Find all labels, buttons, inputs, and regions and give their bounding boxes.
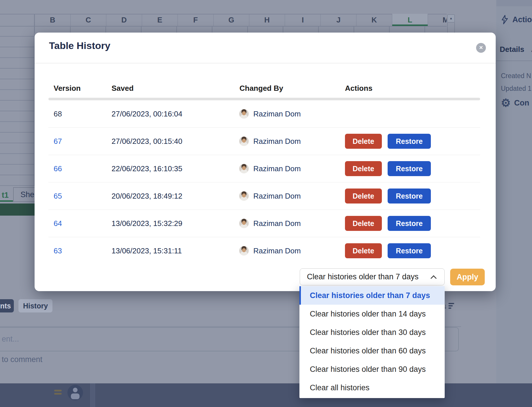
user-name: Raziman Dom	[253, 246, 301, 255]
delete-button[interactable]: Delete	[345, 134, 382, 149]
gear-icon: ⚙	[501, 97, 511, 108]
comment-hint-text: to comment	[2, 355, 42, 364]
clear-histories-select[interactable]: Clear histories older than 7 days	[300, 268, 445, 285]
user-name: Raziman Dom	[253, 164, 301, 173]
chevron-up-icon	[431, 275, 437, 281]
modal-title: Table History	[49, 40, 110, 51]
sheet-tab-active[interactable]: t1	[0, 187, 13, 202]
column-header-C[interactable]: C	[70, 14, 106, 26]
menu-item-4[interactable]: Clear histories older than 60 days	[299, 342, 445, 360]
version-cell[interactable]: 63	[54, 246, 62, 255]
restore-button[interactable]: Restore	[388, 243, 431, 258]
selected-range-band	[0, 204, 35, 216]
avatar	[239, 191, 249, 201]
table-row: 66 22/06/2023, 16:10:35 Raziman Dom Dele…	[48, 155, 480, 182]
saved-cell: 20/06/2023, 18:49:12	[112, 192, 182, 201]
select-value: Clear histories older than 7 days	[307, 272, 418, 281]
sort-descending-icon[interactable]: ↓	[444, 302, 455, 311]
column-header-D[interactable]: D	[106, 14, 142, 26]
version-cell[interactable]: 67	[54, 137, 62, 146]
column-header-G[interactable]: G	[213, 14, 249, 26]
close-icon[interactable]: ✕	[476, 43, 486, 53]
table-history-modal: Table History ✕ Version Saved Changed By…	[35, 33, 496, 291]
delete-button[interactable]: Delete	[345, 216, 382, 231]
comment-placeholder: ent...	[2, 335, 19, 344]
scroll-up-icon: ▲	[450, 16, 453, 20]
clear-histories-menu: Clear histories older than 7 daysClear h…	[299, 286, 445, 398]
header-version: Version	[54, 84, 81, 93]
sheet-tab-active-underline	[0, 200, 13, 202]
menu-item-2[interactable]: Clear histories older than 14 days	[299, 305, 445, 323]
details-tabs[interactable]: Details A	[500, 45, 532, 54]
menu-item-3[interactable]: Clear histories older than 30 days	[299, 323, 445, 342]
saved-cell: 22/06/2023, 16:10:35	[112, 164, 182, 173]
delete-button[interactable]: Delete	[345, 243, 382, 258]
restore-button[interactable]: Restore	[388, 189, 431, 204]
right-panel: Actio Details A Created N Updated 1 ⚙ Co…	[496, 0, 532, 383]
actions-section[interactable]: Actio	[500, 15, 532, 24]
column-header-B[interactable]: B	[35, 14, 70, 26]
avatar	[239, 219, 249, 228]
header-saved: Saved	[112, 84, 134, 93]
changed-by-cell: Raziman Dom	[239, 137, 301, 146]
column-header-L[interactable]: L	[392, 14, 428, 26]
version-cell[interactable]: 65	[54, 192, 62, 201]
user-name: Raziman Dom	[253, 137, 301, 146]
avatar	[239, 137, 249, 146]
user-name: Raziman Dom	[253, 110, 301, 118]
restore-button[interactable]: Restore	[388, 134, 431, 149]
config-label: Con	[514, 99, 529, 108]
user-name: Raziman Dom	[253, 192, 301, 201]
saved-cell: 13/06/2023, 15:31:11	[112, 246, 182, 255]
tab-comments[interactable]: nts	[0, 299, 14, 312]
table-row: 67 27/06/2023, 00:15:40 Raziman Dom Dele…	[48, 127, 480, 155]
config-section[interactable]: ⚙ Con	[501, 97, 529, 108]
delete-button[interactable]: Delete	[345, 161, 382, 176]
avatar	[239, 246, 249, 256]
column-separators	[35, 26, 447, 33]
column-header-H[interactable]: H	[249, 14, 285, 26]
user-avatar-icon[interactable]	[67, 385, 83, 400]
avatar	[239, 109, 249, 119]
column-header-K[interactable]: K	[356, 14, 392, 26]
column-header-J[interactable]: J	[320, 14, 356, 26]
header-actions: Actions	[345, 84, 372, 93]
table-row: 63 13/06/2023, 15:31:11 Raziman Dom Dele…	[48, 237, 480, 264]
tab-history[interactable]: History	[18, 299, 52, 312]
panel-top-button[interactable]	[496, 0, 532, 6]
screen: BCDEFGHIJKLM ▲ t1 She Actio Details A Cr…	[0, 0, 532, 407]
apply-button[interactable]: Apply	[450, 269, 485, 285]
restore-button[interactable]: Restore	[388, 161, 431, 176]
toolbar-segment	[90, 383, 95, 407]
panel-divider	[496, 61, 532, 61]
user-name: Raziman Dom	[253, 219, 301, 228]
column-header-F[interactable]: F	[178, 14, 213, 26]
column-header-E[interactable]: E	[142, 14, 178, 26]
updated-field: Updated 1	[501, 85, 531, 93]
menu-item-5[interactable]: Clear histories older than 90 days	[299, 360, 445, 378]
table-row: 64 13/06/2023, 15:32:29 Raziman Dom Dele…	[48, 210, 480, 237]
menu-item-1[interactable]: Clear histories older than 7 days	[299, 286, 445, 305]
vertical-scrollbar-track[interactable]	[447, 22, 455, 33]
column-header-M[interactable]: M	[428, 14, 447, 26]
column-headers: BCDEFGHIJKLM	[35, 14, 447, 26]
menu-item-6[interactable]: Clear all histories	[299, 378, 445, 397]
saved-cell: 27/06/2023, 00:16:04	[112, 110, 182, 118]
changed-by-cell: Raziman Dom	[239, 109, 301, 119]
version-cell[interactable]: 68	[54, 110, 62, 118]
version-cell[interactable]: 66	[54, 164, 62, 173]
sheet-tab-active-label: t1	[2, 191, 9, 200]
table-row: 68 27/06/2023, 00:16:04 Raziman Dom	[35, 100, 496, 127]
delete-button[interactable]: Delete	[345, 189, 382, 204]
details-tab-label[interactable]: Details	[500, 45, 524, 54]
scroll-up-button[interactable]: ▲	[447, 14, 455, 22]
restore-button[interactable]: Restore	[388, 216, 431, 231]
saved-cell: 27/06/2023, 00:15:40	[112, 137, 182, 146]
column-header-I[interactable]: I	[285, 14, 320, 26]
version-cell[interactable]: 64	[54, 219, 62, 228]
changed-by-cell: Raziman Dom	[239, 164, 301, 174]
modal-header-divider	[35, 63, 496, 63]
grid-rows	[0, 26, 34, 186]
equals-icon[interactable]	[54, 389, 62, 395]
changed-by-cell: Raziman Dom	[239, 246, 301, 256]
